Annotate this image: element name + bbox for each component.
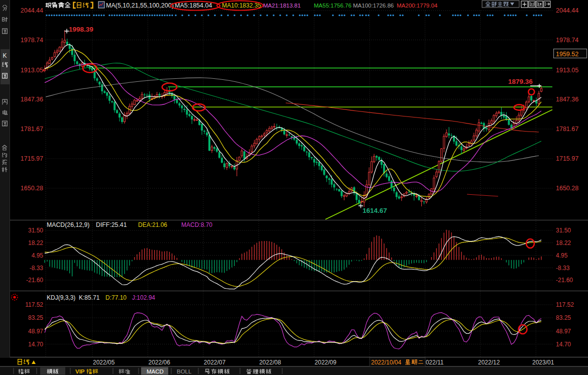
- svg-text:2022/06: 2022/06: [149, 359, 171, 366]
- svg-text:MACD(26,12,9): MACD(26,12,9): [47, 221, 89, 228]
- svg-text:2022/09: 2022/09: [315, 359, 337, 366]
- svg-text:48.97: 48.97: [28, 328, 43, 335]
- svg-text:117.52: 117.52: [25, 301, 43, 308]
- svg-text:-8.33: -8.33: [30, 265, 44, 272]
- svg-text:DEA:21.06: DEA:21.06: [138, 221, 167, 228]
- svg-text:D:77.10: D:77.10: [105, 294, 127, 301]
- svg-text:1978.74: 1978.74: [556, 37, 578, 44]
- svg-text:MA21:1813.81: MA21:1813.81: [263, 3, 301, 9]
- svg-text:2022/12: 2022/12: [478, 359, 500, 366]
- svg-text:1614.67: 1614.67: [363, 207, 387, 214]
- svg-text:MACD: MACD: [147, 368, 164, 374]
- svg-text:1650.28: 1650.28: [21, 185, 43, 192]
- svg-text:J:102.94: J:102.94: [132, 294, 155, 301]
- svg-text:1847.36: 1847.36: [21, 96, 43, 103]
- svg-text:2022/11: 2022/11: [422, 359, 444, 366]
- svg-text:1959.52: 1959.52: [556, 51, 578, 58]
- svg-text:14.70: 14.70: [28, 341, 43, 348]
- svg-text:18.22: 18.22: [28, 239, 43, 246]
- svg-text:2023/01: 2023/01: [532, 359, 554, 366]
- svg-text:1781.67: 1781.67: [556, 126, 578, 133]
- svg-text:2044.44: 2044.44: [556, 7, 578, 14]
- svg-text:1650.28: 1650.28: [556, 185, 578, 192]
- svg-text:K: K: [3, 52, 7, 59]
- svg-text:MA200:1779.04: MA200:1779.04: [397, 3, 438, 9]
- svg-text:31.50: 31.50: [556, 227, 571, 234]
- svg-text:MA5:1854.04: MA5:1854.04: [175, 2, 212, 9]
- svg-text:1715.97: 1715.97: [21, 155, 43, 162]
- svg-text:1913.05: 1913.05: [21, 67, 43, 74]
- svg-text:-21.60: -21.60: [26, 277, 43, 284]
- svg-text:MACD:8.70: MACD:8.70: [181, 221, 212, 228]
- svg-text:MA10:1832.35: MA10:1832.35: [222, 2, 261, 9]
- svg-text:DIFF:25.41: DIFF:25.41: [96, 221, 127, 228]
- svg-text:MA100:1726.86: MA100:1726.86: [353, 3, 394, 9]
- svg-text:K:85.71: K:85.71: [79, 294, 100, 301]
- svg-text:MA(5,10,21,55,100,200): MA(5,10,21,55,100,200): [106, 2, 174, 9]
- svg-text:4.95: 4.95: [32, 252, 44, 259]
- svg-text:1998.39: 1998.39: [69, 26, 93, 33]
- svg-text:VIP: VIP: [75, 368, 85, 374]
- svg-text:1715.97: 1715.97: [556, 155, 578, 162]
- svg-text:2022/07: 2022/07: [204, 359, 226, 366]
- svg-text:48.97: 48.97: [556, 328, 571, 335]
- svg-text:2044.44: 2044.44: [21, 7, 43, 14]
- svg-text:2022/05: 2022/05: [93, 359, 115, 366]
- svg-text:1879.36: 1879.36: [508, 78, 533, 85]
- svg-text:KDJ(9,3,3): KDJ(9,3,3): [47, 294, 75, 301]
- svg-text:-8.33: -8.33: [556, 265, 570, 272]
- svg-text:2022/10/04: 2022/10/04: [371, 359, 401, 366]
- svg-text:1781.67: 1781.67: [21, 126, 43, 133]
- svg-text:1847.36: 1847.36: [556, 96, 578, 103]
- svg-text:18.22: 18.22: [556, 239, 571, 246]
- svg-text:-21.60: -21.60: [556, 277, 573, 284]
- svg-text:BOLL: BOLL: [177, 368, 192, 374]
- svg-text:1913.05: 1913.05: [556, 67, 578, 74]
- svg-text:4.95: 4.95: [556, 252, 568, 259]
- svg-text:1978.74: 1978.74: [21, 37, 43, 44]
- svg-text:14.70: 14.70: [556, 341, 571, 348]
- svg-text:117.52: 117.52: [556, 301, 574, 308]
- svg-text:83.25: 83.25: [556, 314, 571, 321]
- svg-text:31.50: 31.50: [28, 227, 43, 234]
- svg-text:83.25: 83.25: [28, 314, 43, 321]
- svg-text:MA55:1756.76: MA55:1756.76: [314, 3, 351, 9]
- svg-text:2022/08: 2022/08: [259, 359, 281, 366]
